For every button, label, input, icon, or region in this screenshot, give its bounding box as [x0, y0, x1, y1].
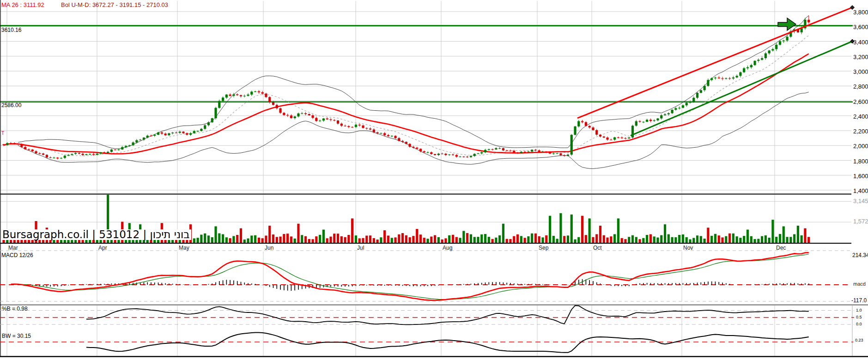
- month-label: May: [179, 245, 189, 251]
- price-axis-label: 2,400: [853, 113, 868, 120]
- month-label: Aug: [443, 245, 452, 251]
- month-label: Jun: [265, 245, 273, 251]
- stock-chart-canvas: [0, 0, 868, 360]
- bollinger-middle-dashed: [18, 36, 809, 156]
- percent-b-line: [86, 306, 809, 324]
- percent-b-panel: [0, 306, 854, 324]
- price-axis-label: 2,000: [853, 143, 868, 150]
- percent-b-title: %B = 0.98: [2, 306, 28, 312]
- macd-min-label: -117.0: [851, 298, 867, 303]
- price-axis-label: 1,400: [853, 187, 868, 194]
- price-axis-label: 3,200: [853, 54, 868, 60]
- month-label: Nov: [683, 245, 693, 251]
- horizontal-support-resistance-lines: [0, 26, 853, 102]
- trendline: [631, 42, 852, 136]
- price-axis-label: 3,000: [853, 68, 868, 75]
- price-axis-label: 2,200: [853, 128, 868, 135]
- month-label: Oct: [593, 245, 602, 251]
- macd-line: [11, 252, 809, 300]
- price-axis-label: 3,600: [853, 24, 868, 30]
- bandwidth-panel: [0, 332, 853, 352]
- candlesticks: [2, 16, 810, 159]
- price-axis-label: 3,400: [853, 39, 868, 46]
- legend-bollinger: Bol U-M-D: 3672.27 - 3191.15 - 2710.03: [61, 2, 168, 8]
- gridlines: [0, 1, 851, 356]
- legend-ma26: MA 26 : 3111.92: [1, 2, 44, 8]
- price-axis-label: 1,600: [853, 173, 868, 180]
- macd-signal-line: [11, 254, 809, 300]
- left-edge-t-marker: T: [1, 131, 4, 136]
- macd-panel-title: MACD 12/26: [1, 252, 33, 258]
- bandwidth-line: [86, 332, 809, 352]
- month-label: Mar: [8, 245, 18, 251]
- bursagraph-chart-screen: MA 26 : 3111.92 Bol U-M-D: 3672.27 - 319…: [0, 0, 868, 360]
- support-level-label: 2586.00: [1, 102, 21, 108]
- macd-line-label: macd: [853, 282, 866, 287]
- volume-grid-label-2: 1,572: [853, 218, 868, 225]
- bandwidth-tick: 0.23: [855, 338, 863, 342]
- resistance-level-label: 3610.16: [1, 27, 21, 33]
- price-axis-label: 3,800: [853, 9, 868, 16]
- month-label: Dec: [776, 245, 786, 251]
- branding-watermark: Bursagraph.co.il | 531012 | בוני תיכון: [1, 229, 191, 240]
- ma26-line: [4, 54, 809, 154]
- macd-max-label: 214.34: [852, 252, 868, 258]
- bollinger-upper-band: [18, 16, 809, 149]
- macd-panel: [0, 251, 851, 301]
- percent-b-tick-1: 1.0: [856, 308, 862, 312]
- price-axis-label: 1,800: [853, 158, 868, 165]
- month-label: Apr: [98, 245, 107, 251]
- month-label: Jul: [357, 245, 364, 251]
- volume-grid-label-1: 3,145: [853, 198, 868, 204]
- green-arrow-annotation: [778, 18, 796, 30]
- percent-b-tick-05: 0.5: [856, 315, 862, 319]
- trend-channel-lines: [577, 6, 855, 136]
- bandwidth-title: BW = 30.15: [2, 333, 31, 339]
- percent-b-tick-0: 0.0: [856, 322, 862, 326]
- price-axis-label: 2,800: [853, 83, 868, 90]
- price-axis-label: 2,600: [853, 98, 868, 105]
- month-label: Sep: [539, 245, 548, 251]
